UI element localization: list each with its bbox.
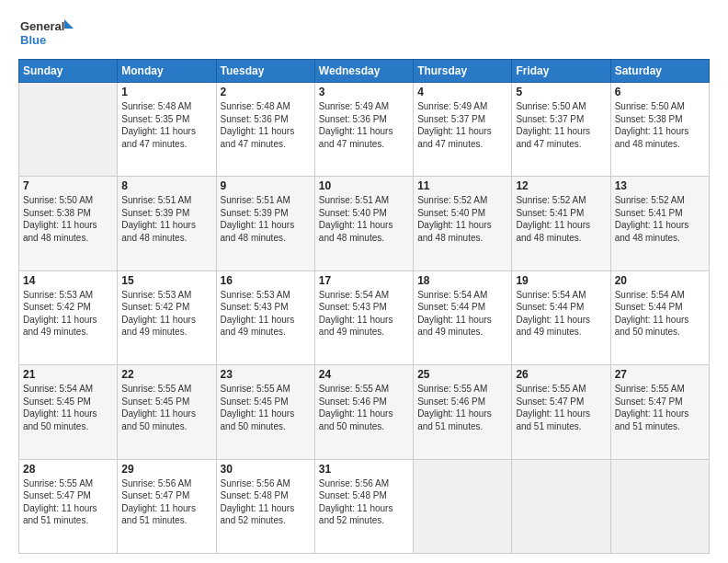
day-number: 13 (615, 179, 705, 192)
calendar-cell: 5Sunrise: 5:50 AM Sunset: 5:37 PM Daylig… (512, 83, 610, 177)
calendar-cell: 13Sunrise: 5:52 AM Sunset: 5:41 PM Dayli… (610, 177, 709, 270)
svg-marker-2 (64, 19, 74, 29)
day-number: 21 (23, 368, 113, 381)
day-info: Sunrise: 5:53 AM Sunset: 5:42 PM Dayligh… (23, 289, 113, 339)
weekday-monday: Monday (118, 60, 216, 83)
week-row-2: 7Sunrise: 5:50 AM Sunset: 5:38 PM Daylig… (19, 177, 710, 270)
weekday-friday: Friday (512, 60, 610, 83)
calendar-cell: 10Sunrise: 5:51 AM Sunset: 5:40 PM Dayli… (314, 177, 413, 270)
calendar-cell: 2Sunrise: 5:48 AM Sunset: 5:36 PM Daylig… (216, 83, 314, 177)
week-row-4: 21Sunrise: 5:54 AM Sunset: 5:45 PM Dayli… (19, 365, 710, 459)
week-row-5: 28Sunrise: 5:55 AM Sunset: 5:47 PM Dayli… (19, 459, 710, 553)
calendar-cell: 19Sunrise: 5:54 AM Sunset: 5:44 PM Dayli… (512, 270, 610, 364)
day-info: Sunrise: 5:48 AM Sunset: 5:35 PM Dayligh… (121, 100, 211, 150)
day-info: Sunrise: 5:51 AM Sunset: 5:40 PM Dayligh… (319, 194, 409, 244)
calendar-cell: 6Sunrise: 5:50 AM Sunset: 5:38 PM Daylig… (610, 83, 709, 177)
calendar-cell: 16Sunrise: 5:53 AM Sunset: 5:43 PM Dayli… (216, 270, 314, 364)
day-number: 24 (319, 368, 409, 381)
day-info: Sunrise: 5:54 AM Sunset: 5:43 PM Dayligh… (319, 289, 409, 339)
day-info: Sunrise: 5:48 AM Sunset: 5:36 PM Dayligh… (221, 100, 311, 150)
svg-text:Blue: Blue (20, 33, 46, 47)
logo: General Blue (18, 17, 74, 50)
day-number: 29 (121, 463, 211, 476)
day-number: 9 (221, 179, 311, 192)
day-number: 10 (319, 179, 409, 192)
calendar-cell: 8Sunrise: 5:51 AM Sunset: 5:39 PM Daylig… (118, 177, 216, 270)
day-info: Sunrise: 5:56 AM Sunset: 5:48 PM Dayligh… (221, 477, 311, 527)
day-number: 3 (319, 86, 409, 98)
header: General Blue (18, 17, 710, 50)
day-info: Sunrise: 5:50 AM Sunset: 5:38 PM Dayligh… (23, 194, 113, 244)
day-info: Sunrise: 5:50 AM Sunset: 5:37 PM Dayligh… (516, 100, 606, 150)
day-info: Sunrise: 5:55 AM Sunset: 5:47 PM Dayligh… (615, 383, 705, 432)
day-info: Sunrise: 5:56 AM Sunset: 5:48 PM Dayligh… (319, 477, 409, 527)
day-number: 1 (121, 86, 211, 98)
page: General Blue SundayMondayTuesdayWednesda… (0, 0, 728, 563)
calendar-cell: 7Sunrise: 5:50 AM Sunset: 5:38 PM Daylig… (19, 177, 118, 270)
day-info: Sunrise: 5:54 AM Sunset: 5:44 PM Dayligh… (516, 289, 606, 339)
day-number: 4 (417, 86, 507, 98)
calendar-cell: 23Sunrise: 5:55 AM Sunset: 5:45 PM Dayli… (216, 365, 314, 459)
day-number: 8 (121, 179, 211, 192)
day-info: Sunrise: 5:55 AM Sunset: 5:47 PM Dayligh… (23, 477, 113, 527)
day-number: 2 (221, 86, 311, 98)
calendar-cell (414, 459, 512, 553)
day-number: 19 (516, 274, 606, 287)
calendar-cell: 17Sunrise: 5:54 AM Sunset: 5:43 PM Dayli… (314, 270, 413, 364)
calendar-cell: 14Sunrise: 5:53 AM Sunset: 5:42 PM Dayli… (19, 270, 118, 364)
day-info: Sunrise: 5:50 AM Sunset: 5:38 PM Dayligh… (615, 100, 705, 150)
day-number: 28 (23, 463, 113, 476)
calendar-cell (610, 459, 709, 553)
calendar-cell: 31Sunrise: 5:56 AM Sunset: 5:48 PM Dayli… (314, 459, 413, 553)
day-info: Sunrise: 5:56 AM Sunset: 5:47 PM Dayligh… (121, 477, 211, 527)
weekday-header-row: SundayMondayTuesdayWednesdayThursdayFrid… (19, 60, 710, 83)
day-info: Sunrise: 5:55 AM Sunset: 5:47 PM Dayligh… (516, 383, 606, 432)
day-info: Sunrise: 5:53 AM Sunset: 5:43 PM Dayligh… (221, 289, 311, 339)
day-info: Sunrise: 5:52 AM Sunset: 5:41 PM Dayligh… (516, 194, 606, 244)
day-info: Sunrise: 5:52 AM Sunset: 5:41 PM Dayligh… (615, 194, 705, 244)
day-number: 16 (221, 274, 311, 287)
logo-svg: General Blue (18, 17, 74, 50)
calendar-cell: 27Sunrise: 5:55 AM Sunset: 5:47 PM Dayli… (610, 365, 709, 459)
calendar-cell (19, 83, 118, 177)
calendar-cell: 4Sunrise: 5:49 AM Sunset: 5:37 PM Daylig… (414, 83, 512, 177)
day-number: 27 (615, 368, 705, 381)
weekday-sunday: Sunday (19, 60, 118, 83)
day-number: 7 (23, 179, 113, 192)
day-number: 26 (516, 368, 606, 381)
day-number: 22 (121, 368, 211, 381)
day-number: 18 (417, 274, 507, 287)
calendar-table: SundayMondayTuesdayWednesdayThursdayFrid… (18, 59, 710, 554)
day-number: 30 (221, 463, 311, 476)
calendar-cell: 30Sunrise: 5:56 AM Sunset: 5:48 PM Dayli… (216, 459, 314, 553)
calendar-cell: 22Sunrise: 5:55 AM Sunset: 5:45 PM Dayli… (118, 365, 216, 459)
calendar-cell: 21Sunrise: 5:54 AM Sunset: 5:45 PM Dayli… (19, 365, 118, 459)
calendar-cell (512, 459, 610, 553)
calendar-cell: 1Sunrise: 5:48 AM Sunset: 5:35 PM Daylig… (118, 83, 216, 177)
day-number: 17 (319, 274, 409, 287)
calendar-cell: 20Sunrise: 5:54 AM Sunset: 5:44 PM Dayli… (610, 270, 709, 364)
calendar-cell: 3Sunrise: 5:49 AM Sunset: 5:36 PM Daylig… (314, 83, 413, 177)
day-info: Sunrise: 5:55 AM Sunset: 5:45 PM Dayligh… (221, 383, 311, 432)
weekday-tuesday: Tuesday (216, 60, 314, 83)
calendar-cell: 12Sunrise: 5:52 AM Sunset: 5:41 PM Dayli… (512, 177, 610, 270)
day-number: 14 (23, 274, 113, 287)
calendar-cell: 29Sunrise: 5:56 AM Sunset: 5:47 PM Dayli… (118, 459, 216, 553)
day-number: 15 (121, 274, 211, 287)
day-number: 31 (319, 463, 409, 476)
calendar-cell: 15Sunrise: 5:53 AM Sunset: 5:42 PM Dayli… (118, 270, 216, 364)
day-info: Sunrise: 5:54 AM Sunset: 5:44 PM Dayligh… (417, 289, 507, 339)
day-number: 12 (516, 179, 606, 192)
weekday-saturday: Saturday (610, 60, 709, 83)
calendar-cell: 9Sunrise: 5:51 AM Sunset: 5:39 PM Daylig… (216, 177, 314, 270)
weekday-thursday: Thursday (414, 60, 512, 83)
calendar-cell: 11Sunrise: 5:52 AM Sunset: 5:40 PM Dayli… (414, 177, 512, 270)
day-info: Sunrise: 5:51 AM Sunset: 5:39 PM Dayligh… (221, 194, 311, 244)
day-info: Sunrise: 5:55 AM Sunset: 5:46 PM Dayligh… (417, 383, 507, 432)
day-info: Sunrise: 5:55 AM Sunset: 5:45 PM Dayligh… (121, 383, 211, 432)
day-info: Sunrise: 5:49 AM Sunset: 5:36 PM Dayligh… (319, 100, 409, 150)
day-number: 25 (417, 368, 507, 381)
day-info: Sunrise: 5:49 AM Sunset: 5:37 PM Dayligh… (417, 100, 507, 150)
day-info: Sunrise: 5:54 AM Sunset: 5:45 PM Dayligh… (23, 383, 113, 432)
day-info: Sunrise: 5:51 AM Sunset: 5:39 PM Dayligh… (121, 194, 211, 244)
